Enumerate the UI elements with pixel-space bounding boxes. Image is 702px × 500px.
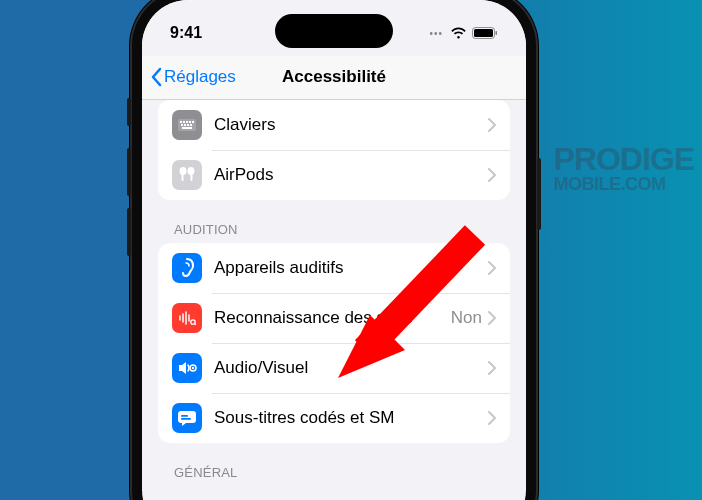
phone-frame: 9:41 ••• Réglages Accessibilité Clavier [130, 0, 538, 500]
screen: 9:41 ••• Réglages Accessibilité Clavier [142, 0, 526, 500]
row-label: Audio/Visuel [214, 358, 488, 378]
watermark-line1: PRODIGE [553, 145, 694, 174]
svg-rect-12 [190, 124, 192, 126]
svg-rect-1 [474, 29, 493, 37]
settings-content: Claviers AirPods AUDITION Appa [142, 100, 526, 486]
row-audio-visuel[interactable]: Audio/Visuel [158, 343, 510, 393]
volume-down-button [127, 208, 131, 256]
audiovisual-icon [172, 353, 202, 383]
airpods-icon [172, 160, 202, 190]
back-label: Réglages [164, 67, 236, 87]
svg-rect-27 [181, 415, 188, 417]
battery-icon [472, 27, 498, 39]
settings-group-top: Claviers AirPods [158, 100, 510, 200]
wifi-icon [450, 27, 467, 39]
waveform-icon [172, 303, 202, 333]
svg-rect-28 [181, 418, 191, 420]
svg-rect-26 [178, 411, 196, 423]
svg-rect-4 [180, 121, 182, 123]
volume-up-button [127, 148, 131, 196]
row-label: AirPods [214, 165, 488, 185]
row-value: Non [451, 308, 482, 328]
svg-rect-17 [191, 173, 193, 181]
row-label: Sous-titres codés et SM [214, 408, 488, 428]
status-icons: ••• [429, 27, 498, 39]
svg-rect-11 [187, 124, 189, 126]
svg-rect-8 [192, 121, 194, 123]
row-claviers[interactable]: Claviers [158, 100, 510, 150]
svg-rect-7 [189, 121, 191, 123]
chevron-right-icon [488, 411, 496, 425]
dynamic-island [275, 14, 393, 48]
svg-line-23 [195, 324, 197, 326]
svg-rect-9 [181, 124, 183, 126]
row-airpods[interactable]: AirPods [158, 150, 510, 200]
side-button [127, 98, 131, 126]
chevron-right-icon [488, 168, 496, 182]
row-label: Reconnaissance des sons [214, 308, 451, 328]
watermark: PRODIGE MOBILE.COM [553, 145, 694, 195]
captions-icon [172, 403, 202, 433]
page-title: Accessibilité [282, 67, 386, 87]
chevron-right-icon [488, 261, 496, 275]
settings-group-audition: Appareils auditifs Reconnaissance des so… [158, 243, 510, 443]
chevron-right-icon [488, 311, 496, 325]
chevron-left-icon [150, 67, 162, 87]
svg-rect-6 [186, 121, 188, 123]
svg-point-25 [192, 367, 194, 369]
nav-bar: Réglages Accessibilité [142, 56, 526, 100]
row-appareils-auditifs[interactable]: Appareils auditifs [158, 243, 510, 293]
watermark-line2: MOBILE.COM [553, 174, 694, 195]
svg-rect-13 [182, 127, 192, 129]
row-label: Claviers [214, 115, 488, 135]
section-header-audition: AUDITION [142, 200, 526, 243]
svg-rect-2 [496, 31, 498, 35]
section-header-general: GÉNÉRAL [142, 443, 526, 486]
chevron-right-icon [488, 361, 496, 375]
power-button [537, 158, 541, 230]
row-label: Appareils auditifs [214, 258, 488, 278]
more-icon: ••• [429, 28, 443, 39]
ear-icon [172, 253, 202, 283]
row-sous-titres[interactable]: Sous-titres codés et SM [158, 393, 510, 443]
svg-rect-5 [183, 121, 185, 123]
chevron-right-icon [488, 118, 496, 132]
status-time: 9:41 [170, 24, 202, 42]
row-reconnaissance-sons[interactable]: Reconnaissance des sons Non [158, 293, 510, 343]
keyboard-icon [172, 110, 202, 140]
svg-rect-10 [184, 124, 186, 126]
back-button[interactable]: Réglages [142, 67, 236, 87]
svg-rect-15 [182, 173, 184, 181]
